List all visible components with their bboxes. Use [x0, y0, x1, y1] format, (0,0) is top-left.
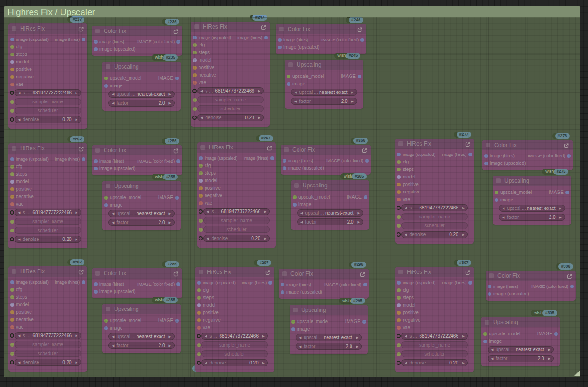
decrement-arrow-icon[interactable]: ◀ [112, 91, 114, 97]
factor-widget[interactable]: ◀factor2.0▶ [108, 100, 175, 107]
collapse-box-icon[interactable] [95, 271, 100, 276]
denoise-widget[interactable]: ◀denoise0.20▶ [401, 359, 468, 366]
node-titlebar[interactable]: Upscaling [481, 317, 560, 327]
node-titlebar[interactable]: Color Fix [486, 271, 576, 281]
widget-input-dot[interactable] [10, 352, 14, 356]
node-hires-fix[interactable]: HiRes Fix#267image (uspcaled)image (hire… [197, 142, 276, 248]
collapse-box-icon[interactable] [12, 26, 16, 31]
node-color-fix[interactable]: Color Fix#286image (hires)IMAGE (color f… [92, 268, 182, 298]
node-titlebar[interactable]: Upscaling [102, 62, 181, 72]
input-slot-dot[interactable] [397, 198, 401, 201]
input-slot-dot[interactable] [10, 318, 14, 322]
denoise-widget[interactable]: ◀denoise0.20▶ [15, 236, 81, 243]
decrement-arrow-icon[interactable]: ◀ [18, 116, 20, 123]
collapse-box-icon[interactable] [293, 308, 298, 312]
input-slot-dot[interactable] [293, 203, 297, 207]
node-titlebar[interactable]: Color Fix [482, 140, 573, 150]
expand-node-icon[interactable] [563, 142, 569, 148]
seed-widget[interactable]: ◀s ...681947737222466▶ [201, 333, 268, 340]
widget-input-dot[interactable] [397, 352, 401, 356]
collapse-box-icon[interactable] [496, 178, 501, 183]
decrement-arrow-icon[interactable]: ◀ [405, 360, 407, 366]
output-slot-dot[interactable] [567, 154, 571, 158]
input-slot-dot[interactable] [10, 38, 14, 41]
node-upscaling[interactable]: Upscalingwlsh_n...#255upscale_modelIMAGE… [102, 181, 181, 230]
collapse-box-icon[interactable] [106, 307, 110, 311]
denoise-widget[interactable]: ◀denoise0.20▶ [197, 114, 264, 121]
collapse-box-icon[interactable] [398, 270, 403, 274]
widget-input-dot[interactable] [10, 343, 14, 347]
input-slot-dot[interactable] [199, 194, 203, 198]
widget-input-dot[interactable] [397, 343, 401, 347]
increment-arrow-icon[interactable]: ▶ [462, 333, 465, 339]
node-titlebar[interactable]: Upscaling [102, 181, 181, 191]
increment-arrow-icon[interactable]: ▶ [258, 88, 260, 94]
input-slot-dot[interactable] [397, 311, 401, 315]
collapse-box-icon[interactable] [95, 29, 100, 33]
input-slot-dot[interactable] [197, 311, 201, 315]
scheduler-widget[interactable]: scheduler [15, 227, 81, 234]
input-slot-dot[interactable] [10, 195, 14, 199]
group-resize-handle[interactable] [574, 371, 580, 376]
increment-arrow-icon[interactable]: ▶ [356, 334, 359, 341]
widget-input-socket[interactable] [10, 360, 14, 364]
output-slot-dot[interactable] [468, 281, 472, 285]
decrement-arrow-icon[interactable]: ◀ [294, 98, 297, 104]
seed-widget[interactable]: ◀s ...681947737222466▶ [401, 204, 468, 211]
widget-input-socket[interactable] [192, 116, 197, 120]
node-color-fix[interactable]: Color Fix#266image (hires)IMAGE (color f… [281, 145, 371, 175]
widget-input-socket[interactable] [10, 333, 14, 338]
increment-arrow-icon[interactable]: ▶ [76, 236, 78, 242]
increment-arrow-icon[interactable]: ▶ [169, 210, 171, 217]
factor-widget[interactable]: ◀factor2.0▶ [499, 214, 565, 221]
input-slot-dot[interactable] [495, 191, 498, 194]
input-slot-dot[interactable] [104, 77, 108, 80]
input-slot-dot[interactable] [397, 183, 401, 186]
input-slot-dot[interactable] [10, 75, 14, 79]
input-slot-dot[interactable] [281, 290, 284, 294]
input-slot-dot[interactable] [104, 326, 108, 330]
input-slot-dot[interactable] [283, 159, 286, 163]
increment-arrow-icon[interactable]: ▶ [559, 214, 562, 220]
output-slot-dot[interactable] [468, 153, 472, 156]
node-titlebar[interactable]: Color Fix [92, 26, 182, 36]
widget-input-socket[interactable] [197, 361, 201, 365]
output-slot-dot[interactable] [175, 319, 179, 323]
widget-input-dot[interactable] [10, 229, 14, 232]
expand-node-icon[interactable] [260, 24, 267, 30]
input-slot-dot[interactable] [10, 295, 14, 299]
upscale-method-widget[interactable]: ◀upscal ...nearest-exact▶ [291, 89, 357, 96]
input-slot-dot[interactable] [397, 160, 401, 164]
increment-arrow-icon[interactable]: ▶ [76, 90, 78, 96]
input-slot-dot[interactable] [193, 43, 197, 47]
input-slot-dot[interactable] [10, 53, 14, 56]
node-color-fix[interactable]: Color Fix#246image (hires)IMAGE (color f… [276, 24, 366, 54]
decrement-arrow-icon[interactable]: ◀ [502, 205, 504, 211]
widget-input-dot[interactable] [193, 98, 197, 102]
node-titlebar[interactable]: Upscaling [493, 176, 571, 186]
increment-arrow-icon[interactable]: ▶ [169, 219, 171, 225]
increment-arrow-icon[interactable]: ▶ [351, 89, 354, 95]
node-titlebar[interactable]: Color Fix [92, 145, 182, 155]
node-titlebar[interactable]: HiRes Fix [197, 142, 276, 153]
input-slot-dot[interactable] [397, 168, 401, 171]
sampler-name-widget[interactable]: sampler_name [197, 96, 264, 103]
node-titlebar[interactable]: Color Fix [276, 24, 366, 34]
node-upscaling[interactable]: Upscalingwlsh_n...#275upscale_modelIMAGE… [493, 176, 571, 225]
node-upscaling[interactable]: Upscalingwlsh_n...#245upscale_modelIMAGE… [285, 60, 363, 109]
seed-widget[interactable]: ◀s ...681947737222466▶ [15, 332, 81, 339]
expand-node-icon[interactable] [465, 269, 471, 275]
output-slot-dot[interactable] [176, 159, 180, 163]
group-titlebar[interactable]: Highres Fix / Upscaler [4, 6, 580, 18]
factor-widget[interactable]: ◀factor2.0▶ [108, 342, 175, 349]
upscale-method-widget[interactable]: ◀upscal ...nearest-exact▶ [297, 209, 363, 217]
sampler-name-widget[interactable]: sampler_name [401, 341, 468, 348]
widget-input-socket[interactable] [192, 89, 197, 93]
expand-node-icon[interactable] [78, 26, 84, 32]
node-hires-fix[interactable]: HiRes Fix#277image (uspcaled)image (hire… [395, 139, 474, 244]
node-graph-canvas[interactable]: Highres Fix / Upscaler HiRes Fix#237imag… [0, 0, 588, 387]
decrement-arrow-icon[interactable]: ◀ [112, 210, 114, 217]
output-slot-dot[interactable] [175, 77, 179, 80]
factor-widget[interactable]: ◀factor2.0▶ [296, 343, 362, 350]
seed-widget[interactable]: ◀s ...681947737222466▶ [401, 333, 468, 340]
